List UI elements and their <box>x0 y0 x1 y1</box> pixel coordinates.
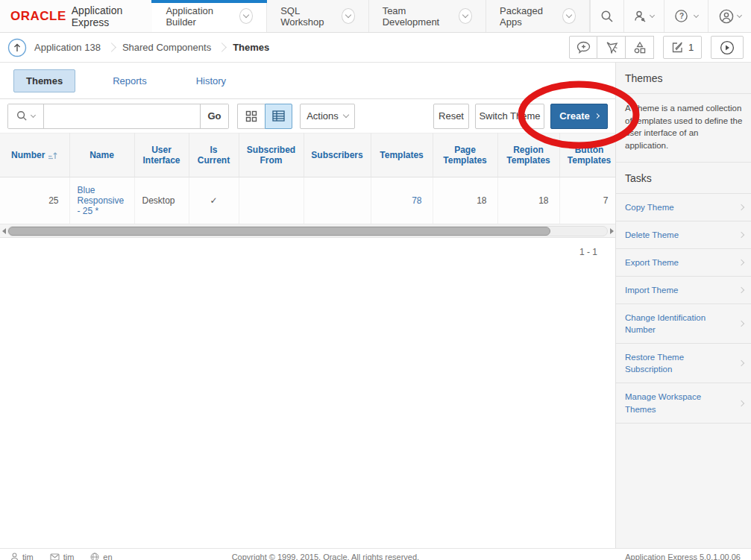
main-region: Themes Reports History Go <box>0 63 615 548</box>
product-name: Application Express <box>72 4 153 28</box>
task-change-identification-number[interactable]: Change Identification Number <box>616 304 751 344</box>
column-header-page-templates[interactable]: Page Templates <box>433 133 497 177</box>
cell-region-templates: 18 <box>497 177 559 224</box>
cell-page-templates: 18 <box>433 177 497 224</box>
column-header-number[interactable]: Number <box>0 133 69 177</box>
nav-tab-label: Application Builder <box>166 5 233 28</box>
switch-theme-button[interactable]: Switch Theme <box>475 104 544 129</box>
chevron-down-icon <box>694 13 699 18</box>
nav-tab-label: Packaged Apps <box>500 5 556 28</box>
horizontal-scrollbar[interactable] <box>0 224 615 238</box>
go-button[interactable]: Go <box>200 104 228 128</box>
scrollbar-track[interactable] <box>7 226 608 236</box>
chevron-down-icon[interactable] <box>342 8 355 24</box>
footer-copyright: Copyright © 1999, 2015, Oracle. All righ… <box>232 553 419 560</box>
checkmark-icon: ✓ <box>210 195 217 206</box>
region-tabs: Themes Reports History <box>0 63 615 99</box>
chevron-right-icon <box>738 360 744 366</box>
reset-button[interactable]: Reset <box>433 104 469 129</box>
search-input[interactable] <box>44 104 200 128</box>
breadcrumb-separator-icon <box>217 43 227 52</box>
page-footer: tim tim en Copyright © 1999, 2015, Oracl… <box>0 548 751 560</box>
content-area: Themes Reports History Go <box>0 63 751 548</box>
task-export-theme[interactable]: Export Theme <box>616 249 751 277</box>
nav-tab-packaged-apps[interactable]: Packaged Apps <box>486 0 590 32</box>
tab-history[interactable]: History <box>184 70 238 92</box>
chevron-down-icon[interactable] <box>459 8 472 24</box>
sidebar-tasks-title: Tasks <box>616 163 751 194</box>
scrollbar-thumb[interactable] <box>8 227 550 236</box>
apex-themes-page: ORACLE Application Express Application B… <box>0 0 751 560</box>
cell-button-templates: 7 <box>559 177 615 224</box>
cell-templates: 78 <box>371 177 433 224</box>
user-icon <box>10 553 19 560</box>
search-button[interactable] <box>590 0 623 32</box>
report-view-button[interactable] <box>265 104 292 129</box>
breadcrumb: Application 138 Shared Components Themes <box>7 38 269 57</box>
tab-themes[interactable]: Themes <box>13 69 75 92</box>
scroll-left-arrow[interactable] <box>0 224 7 238</box>
edit-page-number: 1 <box>688 42 694 53</box>
nav-tab-sql-workshop[interactable]: SQL Workshop <box>267 0 368 32</box>
sort-ascending-icon <box>48 151 57 160</box>
breadcrumb-shared-components[interactable]: Shared Components <box>122 42 211 53</box>
scroll-right-arrow[interactable] <box>608 224 615 238</box>
right-sidebar: Themes A Theme is a named collection of … <box>615 63 751 548</box>
icon-view-button[interactable] <box>237 104 265 129</box>
breadcrumb-application[interactable]: Application 138 <box>34 42 101 53</box>
administration-menu-button[interactable] <box>623 0 664 32</box>
templates-count-link[interactable]: 78 <box>412 195 421 206</box>
task-delete-theme[interactable]: Delete Theme <box>616 221 751 249</box>
create-label: Create <box>559 110 589 122</box>
app-logo: ORACLE Application Express <box>0 0 152 32</box>
cell-subscribers <box>304 177 371 224</box>
footer-workspace: tim <box>50 553 75 560</box>
spotlight-search-button[interactable] <box>597 36 626 59</box>
cell-subscribed-from <box>239 177 304 224</box>
globe-icon <box>90 553 99 560</box>
run-application-button[interactable] <box>711 36 744 59</box>
shared-components-button[interactable] <box>626 36 654 59</box>
envelope-icon <box>50 553 60 560</box>
column-header-subscribers[interactable]: Subscribers <box>304 133 371 177</box>
up-level-icon[interactable] <box>7 38 27 57</box>
header-icon-group: ? <box>590 0 751 32</box>
grid-view-icon <box>245 110 257 122</box>
chevron-down-icon[interactable] <box>239 8 253 24</box>
shared-components-icon <box>633 41 647 54</box>
nav-tab-team-development[interactable]: Team Development <box>369 0 486 32</box>
task-import-theme[interactable]: Import Theme <box>616 277 751 304</box>
edit-page-button[interactable]: 1 <box>663 36 702 59</box>
account-menu-button[interactable] <box>708 0 751 32</box>
column-header-is-current[interactable]: Is Current <box>189 133 239 177</box>
help-menu-button[interactable]: ? <box>664 0 708 32</box>
nav-tab-label: SQL Workshop <box>280 5 335 28</box>
column-header-templates[interactable]: Templates <box>371 133 433 177</box>
top-navigation-bar: ORACLE Application Express Application B… <box>0 0 751 33</box>
chevron-down-icon[interactable] <box>562 8 576 24</box>
search-icon <box>16 110 28 122</box>
column-header-region-templates[interactable]: Region Templates <box>497 133 559 177</box>
chevron-right-icon <box>738 232 744 238</box>
column-header-subscribed-from[interactable]: Subscribed From <box>239 133 304 177</box>
toolbar-right-buttons: Reset Switch Theme Create <box>433 104 608 129</box>
cell-number: 25 <box>0 177 69 224</box>
theme-name-link[interactable]: Blue Responsive - 25 * <box>78 185 125 216</box>
chevron-right-icon <box>738 287 744 293</box>
actions-menu-button[interactable]: Actions <box>300 104 355 129</box>
column-header-user-interface[interactable]: User Interface <box>134 133 189 177</box>
task-manage-workspace-themes[interactable]: Manage Workspace Themes <box>616 383 751 423</box>
column-header-name[interactable]: Name <box>69 133 134 177</box>
task-copy-theme[interactable]: Copy Theme <box>616 194 751 221</box>
nav-tab-application-builder[interactable]: Application Builder <box>152 0 267 32</box>
column-header-button-templates[interactable]: Button Templates <box>559 133 615 177</box>
task-restore-theme-subscription[interactable]: Restore Theme Subscription <box>616 344 751 383</box>
feedback-button[interactable] <box>569 36 597 59</box>
view-toggle-group <box>237 104 292 129</box>
run-play-icon <box>720 40 735 55</box>
footer-user: tim <box>10 553 34 560</box>
search-column-selector[interactable] <box>8 104 44 128</box>
create-button[interactable]: Create <box>550 104 608 129</box>
footer-version: Application Express 5.0.1.00.06 <box>625 553 741 560</box>
tab-reports[interactable]: Reports <box>101 70 159 92</box>
